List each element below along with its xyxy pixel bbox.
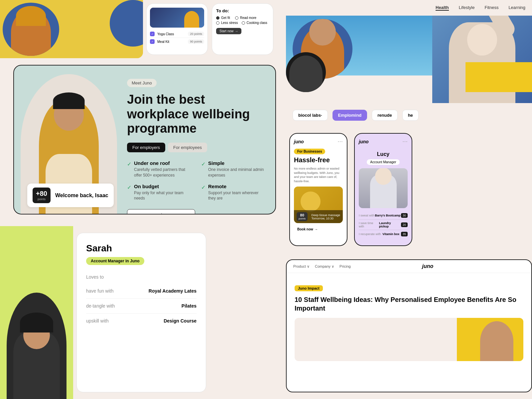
nav-lifestyle[interactable]: Lifestyle <box>459 5 475 11</box>
start-now-button[interactable]: Start now → <box>216 28 241 34</box>
website-article-left: Juno Impact 10 Staff Wellbeing Ideas: Wh… <box>287 273 531 390</box>
meal-points: 90 points <box>188 39 204 44</box>
mobile-card-1: ✓ Yoga Class 20 points ✓ Meal Kit 90 poi… <box>146 3 208 55</box>
feature-3-title: On budget <box>134 184 191 189</box>
app-header-lucy: juno ⋯ <box>359 138 408 145</box>
feature-1-desc: Carefully vetted partners that offer 500… <box>134 167 191 178</box>
meal-kit-label: Meal Kit <box>157 40 169 44</box>
article-thumbnail <box>295 318 523 361</box>
brand-emplomind: Emplomind <box>332 110 367 121</box>
learn-more-label: Learn more about Juno <box>133 213 182 214</box>
tab-group: For employers For employees <box>127 143 265 152</box>
nav-health[interactable]: Health <box>436 5 449 11</box>
nav-learning[interactable]: Learning <box>508 5 525 11</box>
activity-value-2: Pilates <box>182 303 197 309</box>
book-now-button[interactable]: Book now → <box>294 226 321 232</box>
learn-more-button[interactable]: Learn more about Juno → <box>127 209 195 214</box>
todo-item-3: Less stress <box>221 21 238 25</box>
hassle-free-desc: No more endless admin or wasted wellbein… <box>294 167 343 183</box>
mobile-app-lucy: juno ⋯ Lucy Account Manager I sweat with… <box>354 133 412 246</box>
yellow-shape <box>466 62 532 92</box>
radio-empty-2 <box>216 21 219 25</box>
tab-employers[interactable]: For employers <box>127 143 165 152</box>
dark-circle <box>286 52 326 92</box>
massage-info: Deep tissue massage Tomorrow, 10:30 <box>311 213 340 220</box>
hero-content: Meet Juno Join the best workplace wellbe… <box>127 79 265 214</box>
sarah-card: Sarah Account Manager in Juno Loves to h… <box>76 233 206 392</box>
activity-row-3: upskill with Design Course <box>86 314 197 328</box>
check-icon-2: ✓ <box>150 39 155 44</box>
nav-fitness[interactable]: Fitness <box>484 5 498 11</box>
arrow-icon: → <box>235 29 238 33</box>
massage-image: 80 points Deep tissue massage Tomorrow, … <box>294 187 343 223</box>
top-mobile-strip: ✓ Yoga Class 20 points ✓ Meal Kit 90 poi… <box>143 0 279 58</box>
todo-item-2: Read more <box>240 16 256 20</box>
mobile-card-2: To do: Get fit Read more Less stress Coo… <box>212 3 273 55</box>
for-biz-badge: For Businesses <box>294 149 325 154</box>
juno-impact-badge: Juno Impact <box>295 285 323 291</box>
massage-points-label: points <box>299 217 306 220</box>
sarah-name: Sarah <box>86 243 197 254</box>
partner-row-1: I sweat with Barry's Bootcamp 30 <box>359 211 408 220</box>
nav-company[interactable]: Company ∨ <box>315 264 334 269</box>
activity-label-1: have fun with <box>86 288 114 294</box>
activity-label-2: de·tangle with <box>86 303 115 309</box>
sarah-badge: Account Manager in Juno <box>86 257 144 265</box>
menu-icon-lucy: ⋯ <box>402 138 408 145</box>
feature-on-budget: ✓ On budget Pay only for what your team … <box>127 184 191 201</box>
feature-simple: ✓ Simple One invoice and minimal admin e… <box>201 160 265 178</box>
start-now-label: Start now <box>219 29 233 33</box>
brand-biocol: biocol labs· <box>293 110 328 121</box>
menu-icon-business: ⋯ <box>337 138 343 145</box>
check-icon-feature-2: ✓ <box>201 161 205 178</box>
features-grid: ✓ Under one roof Carefully vetted partne… <box>127 160 265 201</box>
brand-renude: renude <box>372 110 397 121</box>
welcome-badge: +80 points Welcome back, Isaac <box>27 184 114 207</box>
hassle-free-title: Hassle-free <box>294 156 343 164</box>
feature-4-desc: Support your team wherever they are <box>208 190 265 201</box>
radio-empty <box>235 16 238 20</box>
activity-value-3: Design Course <box>164 318 197 324</box>
website-preview-card: Product ∨ Company ∨ Pricing juno Juno Im… <box>286 259 532 392</box>
radio-empty-3 <box>242 21 245 25</box>
top-nav: Health Lifestyle Fitness Learning <box>286 0 532 16</box>
partner-name-1: Barry's Bootcamp <box>375 214 400 217</box>
tab-employees[interactable]: For employees <box>168 143 207 152</box>
partner-points-2: 20 <box>401 222 408 227</box>
yoga-class-label: Yoga Class <box>157 32 174 36</box>
partner-name-3: Vitamin box <box>382 232 399 236</box>
website-nav: Product ∨ Company ∨ Pricing juno <box>287 260 531 273</box>
feature-4-title: Remote <box>208 184 265 189</box>
website-nav-links: Product ∨ Company ∨ Pricing <box>293 264 351 269</box>
partner-label-2: I save time with <box>359 221 379 228</box>
website-content: Juno Impact 10 Staff Wellbeing Ideas: Wh… <box>287 273 531 390</box>
massage-points: 80 <box>299 213 306 217</box>
nav-product[interactable]: Product ∨ <box>293 264 310 269</box>
brand-he: he <box>402 110 419 121</box>
top-left-photo <box>0 0 143 58</box>
yoga-points: 20 points <box>188 32 204 36</box>
feature-2-title: Simple <box>208 160 265 166</box>
radio-filled <box>216 16 219 20</box>
top-right-collage: Health Lifestyle Fitness Learning <box>286 0 532 103</box>
todo-item-4: Cooking class <box>247 21 267 25</box>
meet-juno-badge: Meet Juno <box>127 79 157 87</box>
nav-pricing[interactable]: Pricing <box>339 264 351 269</box>
green-blob <box>0 226 73 399</box>
points-indicator: 80 points <box>297 212 308 221</box>
feature-under-one-roof: ✓ Under one roof Carefully vetted partne… <box>127 160 191 178</box>
check-icon-feature-1: ✓ <box>127 161 131 178</box>
account-mgr-badge: Account Manager <box>367 159 399 165</box>
check-icon-feature-4: ✓ <box>201 184 205 201</box>
activity-label-3: upskill with <box>86 318 109 324</box>
bottom-left-section: Sarah Account Manager in Juno Loves to h… <box>0 226 279 399</box>
arrow-right-icon: → <box>184 213 189 214</box>
welcome-text: Welcome back, Isaac <box>55 193 108 199</box>
juno-logo-lucy: juno <box>359 139 369 144</box>
todo-title: To do: <box>216 8 269 13</box>
check-icon: ✓ <box>150 32 155 36</box>
activity-row-2: de·tangle with Pilates <box>86 299 197 314</box>
massage-time: Tomorrow, 10:30 <box>311 217 340 220</box>
todo-item-1: Get fit <box>221 16 230 20</box>
massage-service: Deep tissue massage <box>311 213 340 217</box>
